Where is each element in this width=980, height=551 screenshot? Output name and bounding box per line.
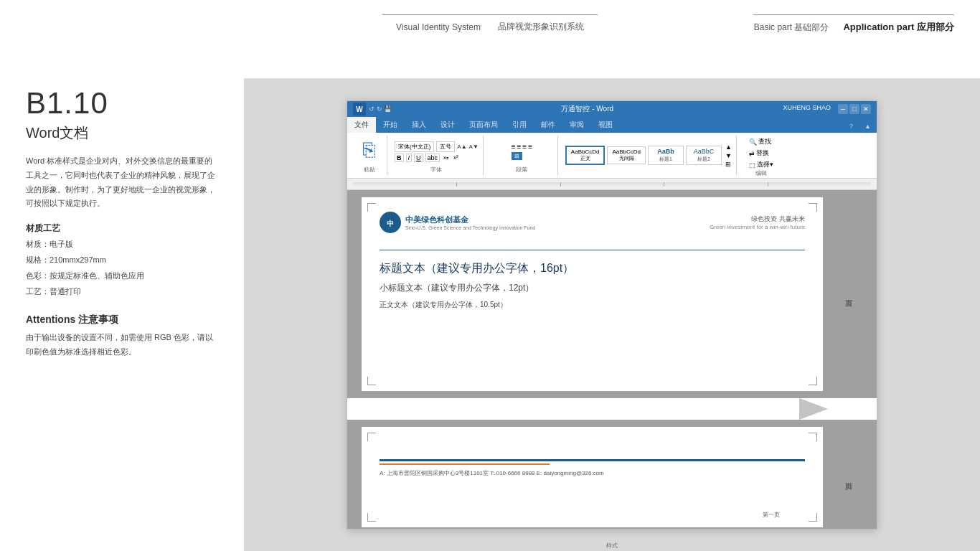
doc-logo: 中 中美绿色科创基金 Sino-U.S. Green Science and T… (380, 212, 535, 233)
vis-system-en: Visual Identity System (396, 22, 481, 32)
meta-material: 材质：电子版 (26, 236, 218, 252)
minimize-button[interactable]: ─ (838, 104, 848, 114)
font-name-select[interactable]: 宋体(中文正) (395, 141, 434, 152)
tab-design[interactable]: 设计 (433, 117, 462, 133)
corner-br (809, 377, 817, 385)
ruler-mark-2 (560, 182, 561, 187)
doc-area-footer: A: 上海市普陀区铜国采购中心3号楼1101室 T: 010-6666 8888… (347, 420, 877, 529)
paste-icon: ⎘ (363, 140, 375, 160)
styles-nav: ▲ ▼ ⊞ (725, 143, 732, 168)
nav-app[interactable]: Application part 应用部分 (843, 21, 954, 34)
tab-home[interactable]: 开始 (376, 117, 405, 133)
style-no-spacing[interactable]: AaBbCcDd无间隔 (607, 146, 646, 164)
align-center[interactable]: ≡ (517, 143, 522, 151)
nav-basic[interactable]: Basic part 基础部分 (754, 22, 829, 34)
doc-page-header: 中 中美绿色科创基金 Sino-U.S. Green Science and T… (362, 197, 823, 391)
strikethrough-btn[interactable]: abc (425, 154, 440, 162)
font-row-2: B I U abc x₂ x² (395, 154, 479, 162)
footer-sidebar: 页脚 (834, 427, 862, 527)
footer-page-num: 第一页 (763, 511, 780, 519)
section-number: B1.10 (26, 86, 218, 121)
select-icon: ⬚ (749, 161, 755, 169)
doc-title: 标题文本（建议专用办公字体，16pt） (380, 261, 805, 276)
help-icon[interactable]: ? (844, 120, 859, 133)
word-title: 万通智控 - Word (392, 104, 783, 114)
footer-content: A: 上海市普陀区铜国采购中心3号楼1101室 T: 010-6666 8888… (380, 459, 805, 477)
tab-file[interactable]: 文件 (347, 117, 376, 133)
edit-label: 编辑 (755, 169, 767, 177)
ribbon-group-font: 宋体(中文正) 五号 A▲ A▼ B I U abc x₂ x² 字体 (390, 136, 484, 175)
para-tools: ≡ ≡ ≡ ≡ ⊞ (512, 137, 532, 166)
meta-size: 规格：210mmx297mm (26, 252, 218, 268)
align-left[interactable]: ≡ (512, 143, 516, 151)
tab-view[interactable]: 视图 (591, 117, 620, 133)
footer-corner-tr (809, 433, 817, 441)
tab-mail[interactable]: 邮件 (534, 117, 562, 133)
titlebar-left: W ↺ ↻ 💾 (353, 103, 392, 116)
edit-tools: 🔍 查找 ⇄ 替换 ⬚ 选择▾ (749, 137, 773, 169)
tab-insert[interactable]: 插入 (405, 117, 433, 133)
ribbon-group-edit: 🔍 查找 ⇄ 替换 ⬚ 选择▾ 编辑 (740, 136, 783, 175)
doc-body: 正文文本（建议专用办公字体，10.5pt） (380, 300, 805, 310)
header-center-line (382, 14, 598, 15)
find-icon: 🔍 (749, 138, 757, 146)
find-btn[interactable]: 🔍 查找 (749, 137, 773, 146)
section-desc: Word 标准样式是企业对内、对外交换信息的最重要的工具之一，它同时也代表了企业… (26, 154, 218, 211)
tab-review[interactable]: 审阅 (562, 117, 591, 133)
font-size-select[interactable]: 五号 (436, 141, 455, 152)
superscript-btn[interactable]: x² (452, 154, 460, 161)
style-h2[interactable]: AaBbC标题2 (686, 146, 722, 165)
svg-text:中: 中 (387, 220, 394, 227)
select-btn[interactable]: ⬚ 选择▾ (749, 160, 773, 169)
header-right: Basic part 基础部分 Application part 应用部分 (753, 14, 954, 34)
subscript-btn[interactable]: x₂ (442, 154, 450, 161)
section-meta: 材质：电子版 规格：210mmx297mm 色彩：按规定标准色、辅助色应用 工艺… (26, 236, 218, 299)
font-row-1: 宋体(中文正) 五号 A▲ A▼ (395, 141, 479, 152)
doc-logo-sub: Sino-U.S. Green Science and Technology I… (405, 225, 535, 230)
maximize-button[interactable]: □ (849, 104, 859, 114)
user-name: XUHENG SHAO (783, 104, 831, 114)
footer-info: A: 上海市普陀区铜国采购中心3号楼1101室 T: 010-6666 8888… (380, 469, 805, 477)
replace-btn[interactable]: ⇄ 替换 (749, 149, 773, 158)
align-justify[interactable]: ≡ (528, 143, 532, 151)
left-panel: B1.10 Word文档 Word 标准样式是企业对内、对外交换信息的最重要的工… (0, 0, 244, 551)
table-btn[interactable]: ⊞ (512, 152, 522, 160)
style-up[interactable]: ▲ (725, 143, 732, 151)
para-row-2: ⊞ (512, 152, 532, 160)
footer-corner-br (809, 513, 817, 522)
style-normal[interactable]: AaBbCcDd正文 (565, 146, 606, 165)
tab-references[interactable]: 引用 (505, 117, 534, 133)
underline-btn[interactable]: U (414, 154, 423, 162)
meta-title: 材质工艺 (26, 222, 218, 235)
ruler-bar (347, 179, 877, 190)
style-row-1: AaBbCcDd正文 AaBbCcDd无间隔 AaBb标题1 AaBbC标题2 (565, 146, 722, 165)
doc-slogan: 绿色投资 共赢未来 Green investment for a win-win… (710, 215, 805, 230)
header-right-line (753, 14, 954, 15)
italic-btn[interactable]: I (406, 154, 413, 162)
close-button[interactable]: ✕ (861, 104, 871, 114)
style-h1[interactable]: AaBb标题1 (648, 146, 684, 165)
arrow-svg (792, 395, 835, 423)
font-size-up[interactable]: A▲ (457, 143, 466, 150)
bold-btn[interactable]: B (395, 154, 404, 162)
ribbon-tabs: 文件 开始 插入 设计 页面布局 引用 邮件 审阅 视图 ? ▲ (347, 117, 877, 133)
word-mockup: W ↺ ↻ 💾 万通智控 - Word XUHENG SHAO ─ □ ✕ 文件… (347, 100, 877, 529)
doc-logo-text-area: 中美绿色科创基金 Sino-U.S. Green Science and Tec… (405, 215, 535, 230)
header-center: Visual Identity System 品牌视觉形象识别系统 (382, 14, 598, 33)
style-more[interactable]: ⊞ (725, 161, 732, 168)
svg-marker-2 (799, 398, 828, 420)
tab-layout[interactable]: 页面布局 (462, 117, 505, 133)
font-tools: 宋体(中文正) 五号 A▲ A▼ B I U abc x₂ x² (395, 137, 479, 166)
arrow-connector (347, 395, 877, 423)
ruler-mark-4 (768, 182, 768, 187)
footer-line-blue (380, 459, 805, 461)
style-down[interactable]: ▼ (725, 152, 732, 159)
align-right[interactable]: ≡ (522, 143, 527, 151)
font-size-down[interactable]: A▼ (469, 143, 479, 150)
ruler (353, 182, 871, 187)
font-label: 字体 (430, 166, 442, 174)
footer-corner-tl (367, 433, 376, 441)
ribbon-group-paste: ⎘ 粘贴 (352, 136, 387, 175)
ribbon-collapse[interactable]: ▲ (859, 120, 877, 133)
meta-process: 工艺：普通打印 (26, 283, 218, 299)
